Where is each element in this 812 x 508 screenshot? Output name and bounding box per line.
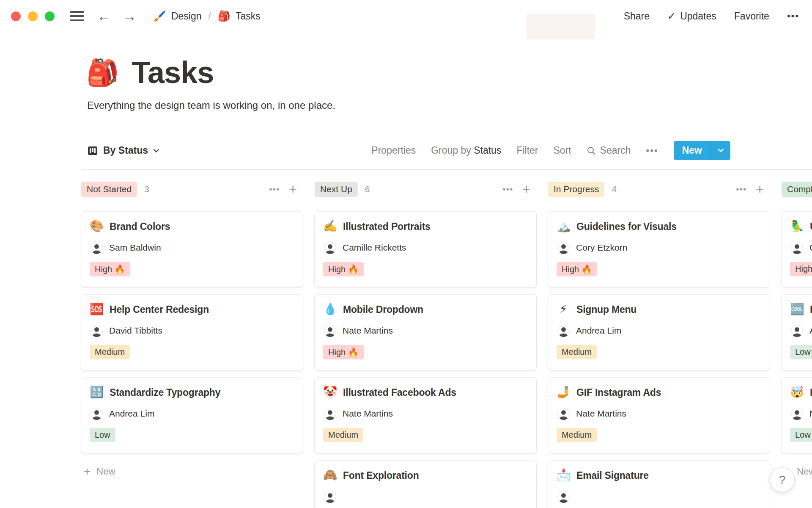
sort-button[interactable]: Sort <box>554 145 571 156</box>
priority-badge: Low <box>790 345 812 359</box>
topbar-actions: Share ✓ Updates Favorite ••• <box>624 10 799 22</box>
task-emoji-icon: 🔠 <box>90 386 103 399</box>
task-emoji-icon: 🦜 <box>790 220 804 233</box>
avatar <box>791 325 803 337</box>
column-more-icon[interactable]: ••• <box>502 184 513 194</box>
help-button[interactable]: ? <box>770 468 794 492</box>
favorite-button[interactable]: Favorite <box>734 11 769 22</box>
board-column: In Progress4•••+🏔️Guidelines for Visuals… <box>548 181 770 508</box>
task-emoji-icon: 🆘 <box>90 303 103 316</box>
window-minimize-button[interactable] <box>28 11 38 21</box>
view-more-icon[interactable]: ••• <box>646 145 658 156</box>
task-emoji-icon: 🙈 <box>323 469 337 482</box>
window-controls <box>11 11 55 21</box>
avatar <box>557 408 570 420</box>
task-card[interactable]: 🆘Help Center RedesignDavid TibbittsMediu… <box>81 295 303 370</box>
priority-badge: High <box>790 262 812 276</box>
breadcrumb-page[interactable]: 🎒 Tasks <box>218 10 261 22</box>
task-card[interactable]: 🎨Brand ColorsSam BaldwinHigh 🔥 <box>81 212 303 287</box>
avatar <box>324 491 336 503</box>
view-toolbar: By Status Properties Group by Status Fil… <box>87 141 730 160</box>
task-title: E <box>810 304 812 315</box>
breadcrumb-root[interactable]: 🖌️ Design <box>154 10 202 22</box>
forward-icon[interactable]: → <box>122 9 137 23</box>
board-column: Next Up6•••+✍️Illustrated PortraitsCamil… <box>315 181 536 508</box>
column-more-icon[interactable]: ••• <box>269 184 280 194</box>
view-name: By Status <box>103 145 148 156</box>
status-badge[interactable]: Not Started <box>81 182 137 197</box>
task-card[interactable]: 💧Mobile DropdownNate MartinsHigh 🔥 <box>315 295 536 370</box>
task-card[interactable]: 🤳GIF Instagram AdsNate MartinsMedium <box>548 378 770 453</box>
board-view-icon <box>87 145 98 156</box>
task-card[interactable]: 🦜UCHigh <box>782 212 812 287</box>
task-title: Mobile Dropdown <box>343 304 423 315</box>
task-emoji-icon: 📩 <box>557 469 570 482</box>
new-button-label: New <box>674 141 710 160</box>
page-description[interactable]: Everything the design team is working on… <box>87 99 812 111</box>
properties-button[interactable]: Properties <box>371 145 416 156</box>
task-title: Help Center Redesign <box>110 304 209 315</box>
priority-badge: Low <box>790 428 812 442</box>
task-card[interactable]: ✍️Illustrated PortraitsCamille RickettsH… <box>315 212 536 287</box>
avatar <box>91 242 103 254</box>
avatar <box>324 325 336 337</box>
task-emoji-icon: 🤳 <box>557 386 570 399</box>
task-card[interactable]: 🙈Font Exploration <box>315 461 536 508</box>
task-card[interactable]: ⚡Signup MenuAndrea LimMedium <box>548 295 770 370</box>
updates-label: Updates <box>680 11 716 22</box>
column-more-icon[interactable]: ••• <box>736 184 746 194</box>
search-button[interactable]: Search <box>587 145 631 156</box>
priority-badge: High 🔥 <box>90 262 130 276</box>
task-emoji-icon: 🤯 <box>790 386 804 399</box>
column-add-icon[interactable]: + <box>289 183 297 196</box>
back-icon[interactable]: ← <box>97 9 111 23</box>
task-title: H <box>810 387 812 398</box>
group-by-label: Group by <box>431 145 471 156</box>
priority-badge: Low <box>90 428 115 442</box>
task-card[interactable]: 🤡Illustrated Facebook AdsNate MartinsMed… <box>315 378 536 453</box>
task-title: Guidelines for Visuals <box>576 221 677 232</box>
column-header: Completed•••+ <box>782 181 812 197</box>
more-options-icon[interactable]: ••• <box>787 11 799 22</box>
page-title[interactable]: Tasks <box>132 56 214 89</box>
filter-button[interactable]: Filter <box>516 145 538 156</box>
avatar <box>557 325 570 337</box>
status-badge[interactable]: In Progress <box>548 182 604 197</box>
column-count: 6 <box>365 184 370 194</box>
status-badge[interactable]: Next Up <box>315 182 358 197</box>
task-card[interactable]: 🔠Standardize TypographyAndrea LimLow <box>81 378 303 453</box>
task-card[interactable]: 🏔️Guidelines for VisualsCory EtzkornHigh… <box>548 212 770 287</box>
assignee-name: Andrea Lim <box>576 326 621 336</box>
share-button[interactable]: Share <box>624 11 650 22</box>
new-dropdown-chevron-icon[interactable] <box>711 141 730 160</box>
toolbar-actions: Properties Group by Status Filter Sort S… <box>371 141 730 160</box>
group-by-button[interactable]: Group by Status <box>431 145 501 156</box>
column-add-icon[interactable]: + <box>522 183 530 196</box>
new-button[interactable]: New <box>674 141 730 160</box>
add-card-button[interactable]: +New <box>81 461 303 478</box>
priority-badge: Medium <box>323 428 363 442</box>
avatar <box>324 408 336 420</box>
task-card[interactable]: 🤯HNLow <box>782 378 812 453</box>
window-zoom-button[interactable] <box>45 11 55 21</box>
task-card[interactable]: 🆒EALow <box>782 295 812 370</box>
avatar <box>91 408 103 420</box>
updates-button[interactable]: ✓ Updates <box>667 10 716 22</box>
task-title: Standardize Typography <box>110 387 220 398</box>
breadcrumb-root-label: Design <box>171 11 202 22</box>
view-switcher[interactable]: By Status <box>87 145 159 156</box>
page-emoji-icon[interactable]: 🎒 <box>86 60 119 86</box>
board-column: Completed•••+🦜UCHigh🆒EALow🤯HNLow+New <box>782 181 812 508</box>
plus-icon: + <box>84 466 91 478</box>
column-add-icon[interactable]: + <box>756 183 764 196</box>
status-badge[interactable]: Completed <box>782 182 812 197</box>
window-close-button[interactable] <box>11 11 21 21</box>
column-count: 4 <box>612 184 617 194</box>
priority-badge: High 🔥 <box>323 262 364 276</box>
sidebar-menu-icon[interactable] <box>70 11 84 21</box>
check-icon: ✓ <box>667 10 676 22</box>
page-header: 🎒 Tasks Everything the design team is wo… <box>86 56 812 111</box>
assignee-name: Sam Baldwin <box>109 243 161 253</box>
task-card[interactable]: 📩Email Signature <box>548 461 770 508</box>
assignee-name: Nate Martins <box>343 409 393 419</box>
